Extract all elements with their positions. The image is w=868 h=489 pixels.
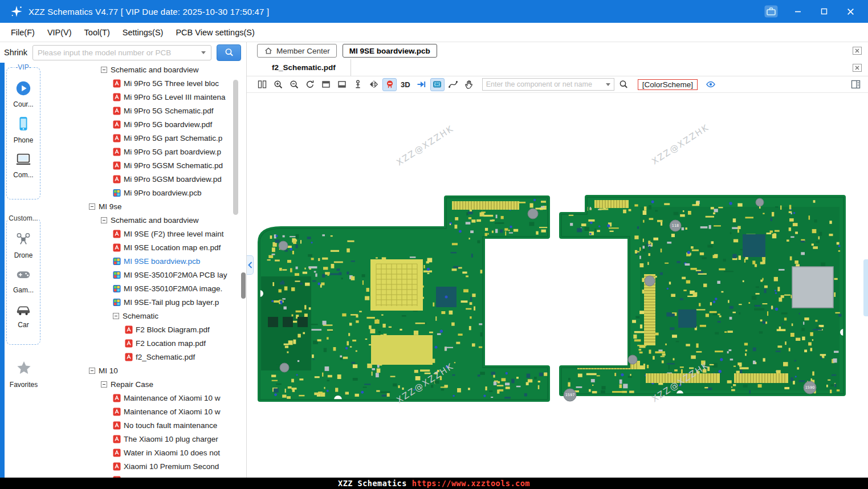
tree-item-mi-9pro-5gsm-boardview-pd[interactable]: Mi 9Pro 5GSM boardview.pd <box>43 172 233 186</box>
tab-member-center[interactable]: Member Center <box>257 44 337 58</box>
tree-item-mi-9se-f2-three-level-maint[interactable]: MI 9SE (F2) three level maint <box>43 227 233 241</box>
tree-item-xiaomi-10-premium-second[interactable]: Xiaomi 10 Premium Second <box>43 459 233 473</box>
close-document-icon-2[interactable] <box>852 63 862 72</box>
component-search-button[interactable] <box>616 78 631 91</box>
right-panel-handle[interactable] <box>863 259 868 316</box>
pcb-pad-label-text: 1597 <box>565 393 575 397</box>
tree-item-mi-9se-boardview-pcb[interactable]: MI 9SE boardview.pcb <box>43 254 233 268</box>
menu-item-tool-t[interactable]: Tool(T) <box>78 28 116 37</box>
diode-mode-button[interactable] <box>382 78 397 91</box>
tree-item-f2-schematic-pdf[interactable]: f2_Schematic.pdf <box>43 350 233 364</box>
tree-node-repair-case[interactable]: Repair Case <box>43 377 233 391</box>
menu-item-vip-v[interactable]: VIP(V) <box>41 28 78 37</box>
tree-item-water-in-xiaomi-10-does-not[interactable]: Water in Xiaomi 10 does not <box>43 446 233 459</box>
tree-collapse-toggle-icon[interactable] <box>101 381 107 388</box>
reset-view-button[interactable] <box>303 78 317 91</box>
model-search-button[interactable] <box>217 44 241 61</box>
sidebar-item-favorites[interactable]: Favorites <box>5 360 43 389</box>
tree-item-maintenance-of-xiaomi-10-w[interactable]: Maintenance of Xiaomi 10 w <box>43 391 233 405</box>
model-search-caret-icon[interactable] <box>201 51 206 54</box>
pdf-file-icon <box>113 120 121 129</box>
tree-node-mi-10[interactable]: MI 10 <box>43 364 233 377</box>
minimize-button[interactable] <box>792 5 804 18</box>
tree-item-f2-location-map-pdf[interactable]: F2 Location map.pdf <box>43 336 233 350</box>
tree-item-mi-9pro-5gsm-schematic-pd[interactable]: Mi 9Pro 5GSM Schematic.pd <box>43 158 233 172</box>
collapse-panel-chevron[interactable] <box>247 255 254 275</box>
tree-collapse-toggle-icon[interactable] <box>101 67 107 73</box>
tree-item-mi-9pro-5g-schematic-pdf[interactable]: Mi 9Pro 5G Schematic.pdf <box>43 104 233 117</box>
pcb-board-image[interactable]: 11815971590XZZ@XZZHKXZZ@XZZHKXZZ@XZZHKXZ… <box>247 93 868 478</box>
tree-collapse-toggle-icon[interactable] <box>113 313 119 319</box>
tree-item-mi-9pro-5g-part-schematic-p[interactable]: Mi 9Pro 5G part Schematic.p <box>43 131 233 145</box>
tree-item-mi-9pro-boardview-pcb[interactable]: Mi 9Pro boardview.pcb <box>43 186 233 199</box>
tree-item-mi-9se-35010f2m0a-image[interactable]: MI 9SE-35010F2M0A image. <box>43 282 233 295</box>
menu-item-pcb-view-settings-s[interactable]: PCB View settings(S) <box>169 28 260 37</box>
layers-panel-icon[interactable] <box>850 79 861 89</box>
sidebar-item-phone[interactable]: Phone <box>7 115 40 144</box>
tree-item-mi-9pro-5g-three-level-bloc[interactable]: Mi 9Pro 5G Three level bloc <box>43 76 233 90</box>
tree-item-mi-9pro-5g-level-iii-maintena[interactable]: Mi 9Pro 5G Level III maintena <box>43 90 233 104</box>
tree-item-label: f2_Schematic.pdf <box>136 353 195 361</box>
menu-item-settings-s[interactable]: Settings(S) <box>116 28 170 37</box>
pcb-canvas[interactable]: 11815971590XZZ@XZZHKXZZ@XZZHKXZZ@XZZHKXZ… <box>247 93 868 489</box>
pan-hand-button[interactable] <box>462 78 476 91</box>
sidebar-item-car[interactable]: Car <box>7 301 40 329</box>
app-window: XZZ Schematics V4.77 [ VIP Due date: 202… <box>0 0 868 489</box>
visibility-eye-icon[interactable] <box>705 79 716 89</box>
tree-item-mi-9pro-5g-boardview-pdf[interactable]: Mi 9Pro 5G boardview.pdf <box>43 117 233 131</box>
tree-item-no-touch-fault-maintenance[interactable]: No touch fault maintenance <box>43 418 233 432</box>
close-button[interactable] <box>844 5 857 18</box>
pdf-file-icon <box>113 175 121 184</box>
colorscheme-button[interactable]: [ColorScheme] <box>638 79 698 90</box>
menu-item-file-f[interactable]: File(F) <box>5 28 41 37</box>
sidebar-item-cour[interactable]: Cour... <box>7 80 40 108</box>
tree-item-label: MI 9SE-35010F2M0A PCB lay <box>124 271 227 279</box>
tree-node-schematic-and-boardview[interactable]: Schematic and boardview <box>43 63 233 76</box>
split-view-button[interactable] <box>255 78 269 91</box>
tree-item-the-xiaomi-10-plug-charger[interactable]: The Xiaomi 10 plug charger <box>43 432 233 446</box>
tree-collapse-toggle-icon[interactable] <box>89 203 95 210</box>
close-document-icon-1[interactable] <box>852 46 862 55</box>
model-search-input[interactable] <box>33 48 201 57</box>
probe-pin-button[interactable] <box>351 78 365 91</box>
component-search-caret-icon[interactable] <box>606 83 610 86</box>
tree-collapse-toggle-icon[interactable] <box>89 368 95 374</box>
tree-node-schematic[interactable]: Schematic <box>43 309 233 323</box>
flip-horizontal-button[interactable] <box>366 78 381 91</box>
zoom-out-button[interactable] <box>287 78 301 91</box>
tree-node-schematic-and-boardview[interactable]: Schematic and boardview <box>43 213 233 227</box>
tree-item-label: Mi 9Pro 5G boardview.pdf <box>124 120 212 129</box>
jump-next-button[interactable] <box>414 78 429 91</box>
shrink-button[interactable]: Shrink <box>4 48 27 57</box>
tree-item-mi-9se-35010f2m0a-pcb-lay[interactable]: MI 9SE-35010F2M0A PCB lay <box>43 268 233 282</box>
sidebar-item-drone[interactable]: Drone <box>7 231 40 259</box>
board-bottom-button[interactable] <box>335 78 349 91</box>
tree-collapse-toggle-icon[interactable] <box>101 217 107 223</box>
watermark-text: XZZ@XZZHK <box>394 123 455 168</box>
tree-item-label: F2 Block Diagram.pdf <box>136 325 210 334</box>
zoom-in-icon <box>273 79 283 89</box>
tab-mi-9se-boardview-pcb[interactable]: MI 9SE boardview.pcb <box>343 44 437 58</box>
component-search-input[interactable] <box>483 80 606 88</box>
tree-item-maintenance-of-xiaomi-10-w[interactable]: Maintenance of Xiaomi 10 w <box>43 405 233 418</box>
tree-node-mi-9se[interactable]: MI 9se <box>43 199 233 213</box>
zoom-in-button[interactable] <box>271 78 285 91</box>
sidebar-item-gam[interactable]: Gam... <box>7 266 40 294</box>
vip-briefcase-icon[interactable] <box>764 5 778 18</box>
board-top-button[interactable] <box>319 78 333 91</box>
screenshot-button[interactable] <box>430 78 445 91</box>
view-3d-label[interactable]: 3D <box>398 80 413 89</box>
tree-item-mi-9pro-5g-part-boardview-p[interactable]: Mi 9Pro 5G part boardview.p <box>43 145 233 158</box>
sidebar-item-com[interactable]: Com... <box>7 151 40 179</box>
tab-f2-schematic-pdf[interactable]: f2_Schematic.pdf <box>257 59 351 76</box>
left-panel: Shrink -VIP-Cour...PhoneCom...Custom...D… <box>0 42 247 489</box>
panel-scrollbar-thumb[interactable] <box>241 272 246 299</box>
tree-item-label: Xiaomi 10 Premium Second <box>124 462 219 471</box>
tree-item-mi-9se-location-map-en-pdf[interactable]: MI 9SE Location map en.pdf <box>43 241 233 254</box>
tree-scrollbar-thumb[interactable] <box>233 80 238 215</box>
tree-item-mi-9se-tail-plug-pcb-layer-p[interactable]: MI 9SE-Tail plug pcb layer.p <box>43 295 233 309</box>
tree-item-f2-block-diagram-pdf[interactable]: F2 Block Diagram.pdf <box>43 323 233 336</box>
status-url[interactable]: https://www.xzztools.com <box>412 479 530 488</box>
maximize-button[interactable] <box>818 5 830 18</box>
measure-curve-button[interactable] <box>446 78 461 91</box>
